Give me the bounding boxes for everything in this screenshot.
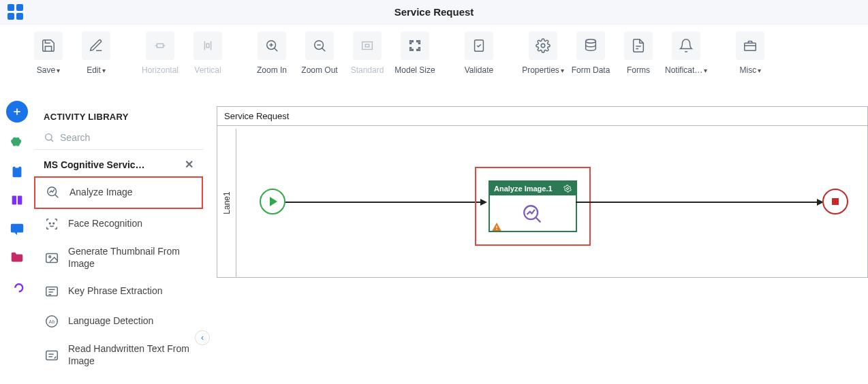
forms-button[interactable]: Forms <box>617 31 660 75</box>
close-icon[interactable]: ✕ <box>185 158 193 171</box>
vertical-button: Vertical <box>187 31 229 75</box>
chevron-down-icon: ▾ <box>57 67 60 74</box>
zoom-in-icon <box>258 31 286 60</box>
misc-button[interactable]: Misc▾ <box>729 31 771 75</box>
svg-line-11 <box>322 48 326 52</box>
svg-point-44 <box>567 188 569 190</box>
save-button[interactable]: Save▾ <box>27 31 69 75</box>
chevron-down-icon: ▾ <box>102 67 106 74</box>
face-icon <box>44 216 60 232</box>
activity-language-detection[interactable]: Ab Language Detection <box>34 306 203 336</box>
svg-point-31 <box>49 223 50 224</box>
svg-rect-41 <box>46 351 58 359</box>
clipboard-icon[interactable] <box>9 163 25 180</box>
model-size-button[interactable]: Model Size <box>394 31 436 75</box>
analyze-image-icon <box>521 203 544 226</box>
edit-button[interactable]: Edit▾ <box>75 31 117 75</box>
column-icon[interactable] <box>9 192 25 208</box>
end-node[interactable] <box>822 189 848 214</box>
zoom-in-label: Zoom In <box>257 65 287 75</box>
activity-label: Analyze Image <box>69 187 133 199</box>
zoom-in-button[interactable]: Zoom In <box>251 31 293 75</box>
activity-generate-thumbnail[interactable]: Generate Thumbnail From Image <box>34 239 203 276</box>
canvas-title: Service Request <box>217 107 867 126</box>
svg-line-46 <box>536 217 540 222</box>
svg-rect-47 <box>496 226 497 228</box>
notifications-button[interactable]: Notificat…▾ <box>665 31 707 75</box>
app-grid-icon[interactable] <box>5 3 25 22</box>
folder-icon[interactable] <box>9 249 25 266</box>
svg-rect-0 <box>157 44 163 48</box>
drawer-icon <box>736 31 764 60</box>
standard-frame-icon <box>353 31 382 60</box>
misc-label: Misc <box>740 65 757 75</box>
horizontal-button: Horizontal <box>139 31 181 75</box>
vertical-label: Vertical <box>194 65 221 75</box>
zoom-out-button[interactable]: Zoom Out <box>298 31 341 75</box>
horizontal-label: Horizontal <box>142 65 179 75</box>
gear-icon[interactable] <box>563 185 572 193</box>
handwritten-icon <box>44 347 60 364</box>
bell-icon <box>672 31 700 60</box>
chat-icon[interactable] <box>9 221 25 237</box>
zoom-out-label: Zoom Out <box>301 65 337 75</box>
svg-rect-33 <box>46 253 58 262</box>
horizontal-align-icon <box>146 31 174 60</box>
edit-label: Edit <box>87 65 101 75</box>
lane-body[interactable]: Analyze Image.1 <box>236 129 867 277</box>
search-input[interactable] <box>60 132 193 143</box>
activity-key-phrase[interactable]: Key Phrase Extraction <box>34 276 203 306</box>
process-canvas[interactable]: Service Request Lane1 Analyze Image.1 <box>217 106 868 278</box>
validate-icon <box>465 31 493 60</box>
page-title: Service Request <box>394 6 474 18</box>
activity-node-selection[interactable]: Analyze Image.1 <box>475 167 591 246</box>
standard-button: Standard <box>346 31 388 75</box>
thumbnail-icon <box>44 250 60 266</box>
svg-rect-35 <box>46 287 58 296</box>
svg-rect-20 <box>745 43 756 50</box>
svg-line-7 <box>275 48 278 52</box>
svg-rect-48 <box>496 229 497 229</box>
activity-label: Face Recognition <box>68 218 142 230</box>
document-icon <box>624 31 653 60</box>
lane-label-column: Lane1 <box>217 129 236 277</box>
chevron-down-icon: ▾ <box>758 67 761 74</box>
chevron-down-icon: ▾ <box>704 67 707 74</box>
add-button[interactable] <box>6 101 28 123</box>
activity-read-handwritten[interactable]: Read Handwritten Text From Image <box>34 336 203 374</box>
category-row[interactable]: MS Cognitive Servic… ✕ <box>34 150 203 176</box>
validate-button[interactable]: Validate <box>458 31 500 75</box>
activity-face-recognition[interactable]: Face Recognition <box>34 209 203 239</box>
form-data-label: Form Data <box>572 65 610 75</box>
save-icon <box>34 31 63 60</box>
svg-rect-4 <box>206 44 209 48</box>
standard-label: Standard <box>351 65 384 75</box>
lane-label: Lane1 <box>222 191 232 214</box>
svg-text:Ab: Ab <box>49 319 55 325</box>
edit-icon <box>82 31 110 60</box>
activity-label: Key Phrase Extraction <box>68 285 163 298</box>
svg-rect-13 <box>362 42 373 50</box>
activity-label: Language Detection <box>68 315 153 327</box>
loop-icon[interactable] <box>9 278 25 294</box>
chevron-down-icon: ▾ <box>561 67 564 74</box>
start-node[interactable] <box>260 189 285 214</box>
svg-rect-14 <box>365 44 369 47</box>
search-icon <box>44 131 55 144</box>
properties-button[interactable]: Properties▾ <box>522 31 564 75</box>
brain-icon[interactable] <box>9 135 25 151</box>
save-label: Save <box>37 65 55 75</box>
svg-rect-24 <box>15 165 19 168</box>
gear-icon <box>529 31 557 60</box>
extraction-icon <box>44 283 60 300</box>
activity-node-analyze-image[interactable]: Analyze Image.1 <box>489 180 577 232</box>
activity-label: Read Handwritten Text From Image <box>68 343 193 367</box>
model-size-icon <box>401 31 429 60</box>
form-data-button[interactable]: Form Data <box>570 31 612 75</box>
language-icon: Ab <box>44 313 60 330</box>
svg-line-28 <box>51 140 53 142</box>
activity-node-title: Analyze Image.1 <box>494 185 553 193</box>
activity-analyze-image[interactable]: Analyze Image <box>34 176 203 209</box>
activity-library-panel: ACTIVITY LIBRARY MS Cognitive Servic… ✕ … <box>34 82 203 384</box>
warning-icon <box>491 221 502 232</box>
